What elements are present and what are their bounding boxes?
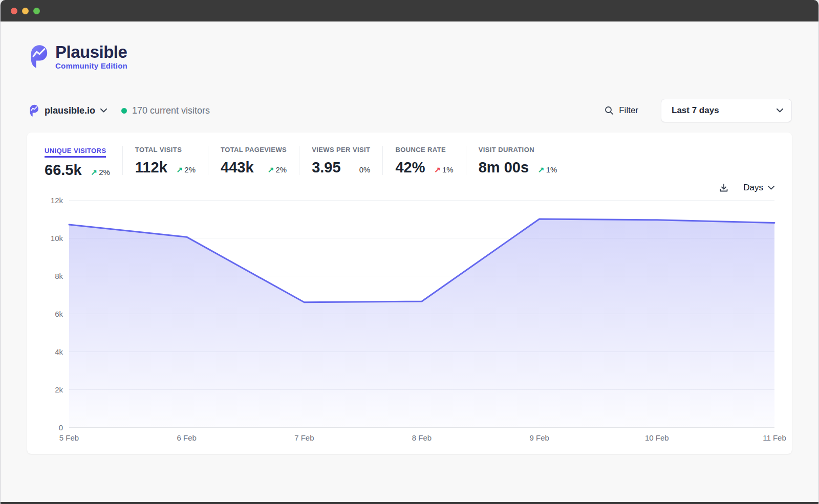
download-icon — [719, 183, 729, 193]
date-range-value: Last 7 days — [672, 105, 719, 116]
chart-controls: Days — [45, 183, 774, 193]
maximize-window-button[interactable] — [33, 8, 40, 14]
trend-up-icon: ↗ — [177, 165, 183, 174]
metric-value: 42% — [395, 160, 425, 175]
x-axis-tick: 7 Feb — [294, 433, 314, 442]
metrics-row: UNIQUE VISITORS 66.5k ↗2% TOTAL VISITS 1… — [45, 146, 774, 178]
y-axis-tick: 12k — [51, 196, 63, 205]
y-axis-tick: 8k — [55, 271, 63, 280]
metric-change: ↗1% — [538, 165, 557, 174]
trend-up-icon: ↗ — [538, 165, 545, 174]
metric-change: 0% — [358, 165, 371, 174]
y-axis-tick: 4k — [55, 347, 63, 356]
x-axis-tick: 8 Feb — [412, 433, 432, 442]
metric-total-pageviews[interactable]: TOTAL PAGEVIEWS 443k ↗2% — [208, 146, 299, 175]
trend-up-icon: ↗ — [434, 165, 441, 174]
metric-change: ↗2% — [91, 168, 110, 177]
metric-value: 112k — [135, 160, 167, 175]
metric-bounce-rate[interactable]: BOUNCE RATE 42% ↗1% — [382, 146, 465, 175]
metric-views-per-visit[interactable]: VIEWS PER VISIT 3.95 0% — [299, 146, 382, 175]
metric-value: 3.95 — [312, 160, 340, 175]
x-axis-tick: 5 Feb — [59, 433, 79, 442]
y-axis-tick: 10k — [51, 233, 63, 242]
y-axis-tick: 6k — [55, 310, 63, 318]
filter-label: Filter — [619, 105, 638, 116]
trend-up-icon: ↗ — [91, 168, 98, 177]
metric-value: 66.5k — [45, 163, 82, 178]
site-selector[interactable]: plausible.io — [29, 104, 107, 118]
trend-up-icon: ↗ — [268, 165, 274, 174]
metric-value: 443k — [221, 160, 254, 175]
chart-plot-area[interactable] — [69, 200, 774, 427]
current-visitors[interactable]: 170 current visitors — [121, 105, 210, 116]
live-indicator-dot — [121, 108, 127, 114]
brand-edition: Community Edition — [55, 61, 127, 70]
x-axis-tick: 6 Feb — [177, 433, 196, 442]
dashboard-page: Plausible Community Edition plausible.io — [1, 21, 818, 502]
metric-visit-duration[interactable]: VISIT DURATION 8m 00s ↗1% — [466, 146, 570, 175]
dashboard-controls: plausible.io 170 current visitors Filter… — [29, 99, 792, 122]
current-visitors-label: 170 current visitors — [132, 105, 210, 116]
metric-change: ↗1% — [434, 165, 453, 174]
chevron-down-icon — [100, 108, 107, 113]
brand-name: Plausible — [55, 43, 127, 61]
analytics-card: UNIQUE VISITORS 66.5k ↗2% TOTAL VISITS 1… — [27, 133, 792, 454]
visitors-chart[interactable]: 12k10k8k6k4k2k0 — [45, 200, 774, 427]
date-range-select[interactable]: Last 7 days — [661, 99, 792, 122]
close-window-button[interactable] — [11, 8, 17, 14]
metric-change: ↗2% — [177, 165, 196, 174]
search-icon — [605, 106, 614, 115]
y-axis-tick: 2k — [55, 385, 63, 394]
interval-select[interactable]: Days — [743, 183, 774, 193]
metric-total-visits[interactable]: TOTAL VISITS 112k ↗2% — [122, 146, 208, 175]
filter-button[interactable]: Filter — [605, 105, 638, 116]
chevron-down-icon — [777, 108, 783, 113]
metric-value: 8m 00s — [479, 160, 529, 175]
site-domain: plausible.io — [45, 105, 95, 116]
plausible-brand: Plausible Community Edition — [29, 43, 818, 70]
metric-unique-visitors[interactable]: UNIQUE VISITORS 66.5k ↗2% — [45, 146, 122, 178]
visitors-trend-line — [69, 200, 774, 427]
x-axis: 5 Feb6 Feb7 Feb8 Feb9 Feb10 Feb11 Feb — [69, 433, 774, 446]
window-titlebar — [1, 0, 818, 21]
y-axis: 12k10k8k6k4k2k0 — [45, 200, 69, 427]
chevron-down-icon — [768, 186, 774, 190]
plausible-logo-icon — [29, 43, 49, 70]
site-favicon — [29, 104, 39, 118]
y-axis-tick: 0 — [59, 423, 63, 432]
interval-value: Days — [743, 183, 763, 193]
export-button[interactable] — [719, 183, 729, 193]
metric-change: ↗2% — [268, 165, 287, 174]
x-axis-tick: 11 Feb — [763, 433, 786, 442]
minimize-window-button[interactable] — [22, 8, 29, 14]
app-window: Plausible Community Edition plausible.io — [0, 0, 819, 504]
x-axis-tick: 9 Feb — [529, 433, 549, 442]
x-axis-tick: 10 Feb — [645, 433, 669, 442]
